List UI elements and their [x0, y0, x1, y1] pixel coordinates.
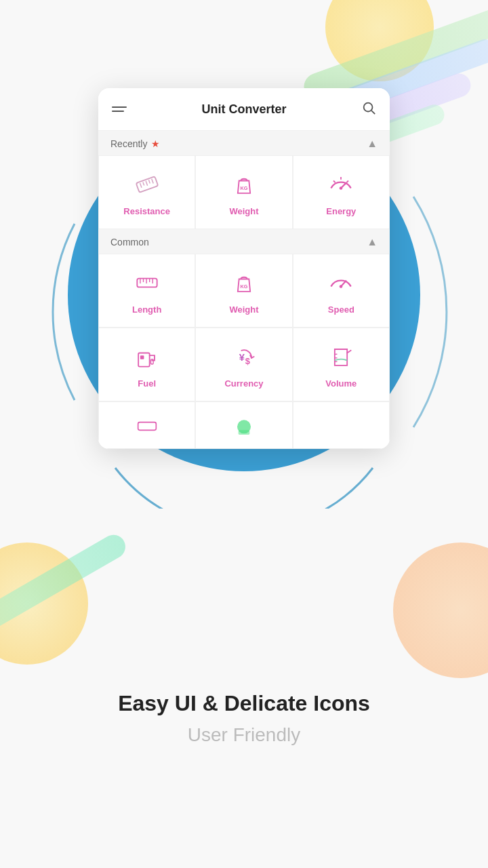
grid-item-partial-2[interactable] [195, 401, 292, 449]
common-collapse-button[interactable]: ▲ [367, 236, 378, 248]
svg-rect-23 [138, 353, 150, 367]
common-grid-row1: Length KG Weight Speed [98, 254, 390, 328]
main-headline: Easy UI & Delicate Icons [0, 691, 488, 716]
volume-label: Volume [325, 378, 357, 389]
weight-recent-icon: KG [228, 168, 260, 201]
speed-icon [325, 267, 357, 299]
weight-label: Weight [229, 304, 258, 315]
svg-line-4 [142, 182, 144, 185]
bottom-text-section: Easy UI & Delicate Icons User Friendly [0, 691, 488, 746]
grid-item-fuel[interactable]: Fuel [98, 328, 195, 401]
svg-text:KG: KG [240, 283, 247, 290]
length-label: Length [132, 304, 161, 315]
energy-label: Energy [326, 206, 356, 216]
grid-item-speed[interactable]: Speed [293, 254, 390, 328]
grid-item-resistance[interactable]: Resistance [98, 155, 195, 229]
recently-grid: Resistance KG Weight [98, 155, 390, 229]
grid-item-weight-recent[interactable]: KG Weight [195, 155, 292, 229]
svg-rect-24 [140, 355, 144, 359]
currency-label: Currency [224, 378, 263, 389]
fuel-icon [131, 340, 163, 373]
length-icon [131, 267, 163, 299]
svg-text:KG: KG [240, 185, 247, 191]
svg-line-5 [146, 181, 148, 186]
card-header: Unit Converter [98, 88, 390, 131]
volume-icon [325, 340, 357, 373]
svg-text:¥: ¥ [239, 352, 245, 363]
svg-point-0 [364, 103, 373, 112]
svg-line-11 [333, 181, 336, 183]
grid-item-partial-1[interactable] [98, 401, 195, 449]
app-title: Unit Converter [201, 102, 286, 117]
speed-label: Speed [328, 304, 354, 315]
menu-button[interactable] [112, 106, 127, 112]
svg-line-1 [371, 111, 375, 114]
grid-item-partial-3[interactable] [293, 401, 390, 449]
grid-item-volume[interactable]: Volume [293, 328, 390, 401]
resistance-icon [131, 168, 163, 201]
grid-item-currency[interactable]: ¥ $ Currency [195, 328, 292, 401]
main-card: Unit Converter Recently ★ ▲ [98, 88, 390, 449]
svg-rect-31 [138, 422, 156, 431]
weight-icon: KG [228, 267, 260, 299]
svg-point-22 [340, 285, 343, 288]
energy-icon [325, 168, 357, 201]
currency-icon: ¥ $ [228, 340, 260, 373]
svg-line-7 [151, 179, 153, 184]
recently-collapse-button[interactable]: ▲ [367, 138, 378, 150]
svg-point-13 [340, 186, 343, 190]
common-section-header: Common ▲ [98, 229, 390, 254]
common-grid-row2: Fuel ¥ $ Currency [98, 328, 390, 401]
grid-item-length[interactable]: Length [98, 254, 195, 328]
sub-headline: User Friendly [0, 724, 488, 746]
recently-label: Recently ★ [110, 138, 160, 149]
search-button[interactable] [361, 100, 376, 118]
weight-recent-label: Weight [229, 206, 258, 216]
grid-item-energy[interactable]: Energy [293, 155, 390, 229]
svg-line-10 [347, 181, 349, 183]
svg-text:$: $ [245, 356, 250, 366]
common-grid-row3-partial [98, 401, 390, 449]
svg-line-3 [140, 183, 142, 188]
grid-item-weight[interactable]: KG Weight [195, 254, 292, 328]
recently-section-header: Recently ★ ▲ [98, 131, 390, 155]
svg-rect-33 [239, 430, 250, 435]
star-icon: ★ [151, 138, 160, 149]
resistance-label: Resistance [123, 206, 170, 216]
svg-line-6 [148, 180, 150, 183]
common-label: Common [110, 237, 149, 248]
fuel-label: Fuel [138, 378, 156, 389]
